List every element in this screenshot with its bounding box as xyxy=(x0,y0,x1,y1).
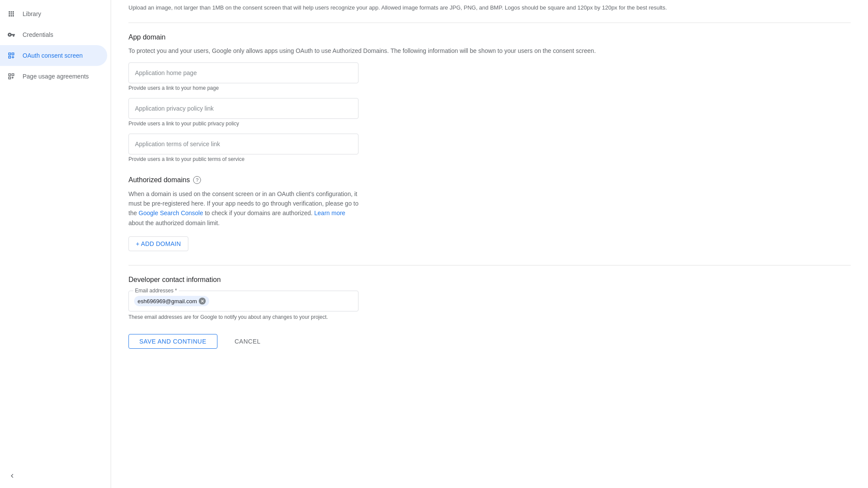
auth-domains-description: When a domain is used on the consent scr… xyxy=(128,189,358,228)
sidebar-item-label: OAuth consent screen xyxy=(23,52,83,59)
terms-hint: Provide users a link to your public term… xyxy=(128,156,851,162)
developer-contact-section: Developer contact information Email addr… xyxy=(128,276,851,320)
email-chip: esh696969@gmail.com ✕ xyxy=(134,296,209,306)
google-search-console-link[interactable]: Google Search Console xyxy=(138,210,203,216)
main-content: Upload an image, not larger than 1MB on … xyxy=(111,0,868,488)
sidebar-item-label: Page usage agreements xyxy=(23,73,89,80)
home-page-input-wrapper xyxy=(128,62,851,83)
collapse-button[interactable] xyxy=(7,471,17,481)
terms-input-wrapper xyxy=(128,134,851,154)
action-buttons: SAVE AND CONTINUE CANCEL xyxy=(128,334,851,349)
page-icon xyxy=(7,72,16,81)
terms-of-service-field: Provide users a link to your public term… xyxy=(128,134,851,162)
help-icon[interactable]: ? xyxy=(193,176,201,184)
add-domain-button[interactable]: + ADD DOMAIN xyxy=(128,236,188,251)
email-chip-text: esh696969@gmail.com xyxy=(138,298,197,305)
privacy-policy-field: Provide users a link to your public priv… xyxy=(128,98,851,127)
sidebar-item-credentials[interactable]: Credentials xyxy=(0,24,107,45)
save-and-continue-button[interactable]: SAVE AND CONTINUE xyxy=(128,334,217,349)
home-page-hint: Provide users a link to your home page xyxy=(128,85,851,91)
app-domain-description: To protect you and your users, Google on… xyxy=(128,46,851,56)
learn-more-link[interactable]: Learn more xyxy=(314,210,345,216)
sidebar-item-label: Library xyxy=(23,10,41,17)
cancel-button[interactable]: CANCEL xyxy=(224,334,271,348)
email-field-label: Email addresses * xyxy=(133,288,179,294)
home-page-input[interactable] xyxy=(128,62,358,83)
developer-contact-title: Developer contact information xyxy=(128,276,851,284)
oauth-icon xyxy=(7,51,16,60)
privacy-policy-hint: Provide users a link to your public priv… xyxy=(128,121,851,127)
sidebar-item-label: Credentials xyxy=(23,31,53,38)
email-field-wrapper[interactable]: Email addresses * esh696969@gmail.com ✕ xyxy=(128,291,358,311)
grid-icon xyxy=(7,10,16,18)
app-domain-title: App domain xyxy=(128,33,851,41)
authorized-domains-section: Authorized domains ? When a domain is us… xyxy=(128,176,851,252)
privacy-policy-input-wrapper xyxy=(128,98,851,119)
sidebar: Library Credentials OAuth consent screen… xyxy=(0,0,111,488)
home-page-field: Provide users a link to your home page xyxy=(128,62,851,91)
sidebar-item-oauth-consent[interactable]: OAuth consent screen xyxy=(0,45,107,66)
privacy-policy-input[interactable] xyxy=(128,98,358,119)
auth-domains-title: Authorized domains xyxy=(128,176,190,184)
auth-domains-header: Authorized domains ? xyxy=(128,176,851,184)
app-domain-section: App domain To protect you and your users… xyxy=(128,33,851,162)
upload-description: Upload an image, not larger than 1MB on … xyxy=(128,0,851,12)
email-hint: These email addresses are for Google to … xyxy=(128,314,851,320)
sidebar-item-page-usage[interactable]: Page usage agreements xyxy=(0,66,107,87)
sidebar-item-library[interactable]: Library xyxy=(0,3,107,24)
terms-of-service-input[interactable] xyxy=(128,134,358,154)
email-chip-close[interactable]: ✕ xyxy=(199,298,206,305)
key-icon xyxy=(7,30,16,39)
